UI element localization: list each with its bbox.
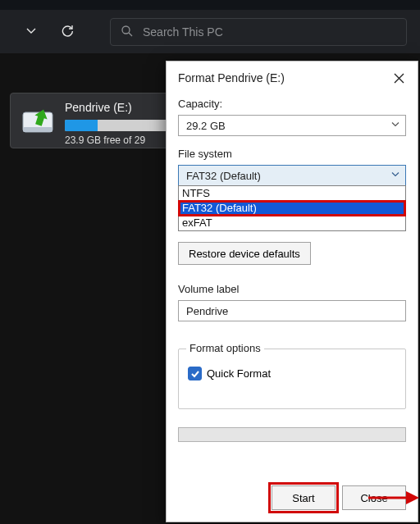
nav-buttons (0, 10, 98, 53)
progress-bar (178, 427, 406, 442)
start-button[interactable]: Start (272, 485, 336, 510)
capacity-label: Capacity: (178, 98, 406, 110)
dialog-titlebar: Format Pendrive (E:) (167, 62, 418, 94)
volume-label-input[interactable]: Pendrive (178, 300, 406, 321)
capacity-select[interactable]: 29.2 GB (178, 115, 406, 136)
filesystem-option-ntfs[interactable]: NTFS (179, 186, 405, 201)
chevron-down-icon (390, 170, 400, 182)
search-icon (121, 25, 133, 39)
svg-rect-2 (23, 127, 52, 132)
usb-drive-icon (19, 102, 57, 139)
volume-label-value: Pendrive (186, 305, 228, 317)
filesystem-label: File system (178, 148, 406, 160)
explorer-toolbar: Search This PC (0, 10, 420, 53)
close-icon[interactable] (388, 67, 409, 89)
chevron-down-icon (390, 120, 400, 132)
filesystem-option-fat32[interactable]: FAT32 (Default) (179, 201, 405, 216)
dialog-title: Format Pendrive (E:) (178, 71, 285, 84)
filesystem-dropdown: NTFS FAT32 (Default) exFAT (178, 185, 406, 231)
dialog-footer: Start Close (167, 485, 418, 510)
search-input[interactable]: Search This PC (110, 18, 407, 46)
close-button[interactable]: Close (342, 485, 406, 510)
capacity-value: 29.2 GB (186, 120, 226, 132)
filesystem-option-exfat[interactable]: exFAT (179, 216, 405, 230)
format-dialog: Format Pendrive (E:) Capacity: 29.2 GB F… (166, 61, 418, 522)
quick-format-checkbox[interactable]: Quick Format (188, 367, 271, 380)
search-placeholder: Search This PC (143, 25, 223, 39)
filesystem-select[interactable]: FAT32 (Default) (178, 165, 406, 186)
format-options-label: Format options (186, 342, 264, 354)
volume-label-label: Volume label (178, 283, 406, 295)
refresh-icon[interactable] (61, 23, 75, 40)
quick-format-label: Quick Format (207, 367, 271, 380)
dialog-body: Capacity: 29.2 GB File system FAT32 (Def… (167, 98, 418, 321)
drive-usage-fill (65, 120, 98, 131)
svg-point-0 (122, 26, 130, 34)
chevron-down-icon[interactable] (25, 24, 38, 40)
window-titlebar-strip (0, 0, 420, 10)
restore-defaults-button[interactable]: Restore device defaults (178, 242, 311, 265)
checkbox-checked-icon (188, 367, 202, 380)
filesystem-value: FAT32 (Default) (186, 170, 261, 182)
